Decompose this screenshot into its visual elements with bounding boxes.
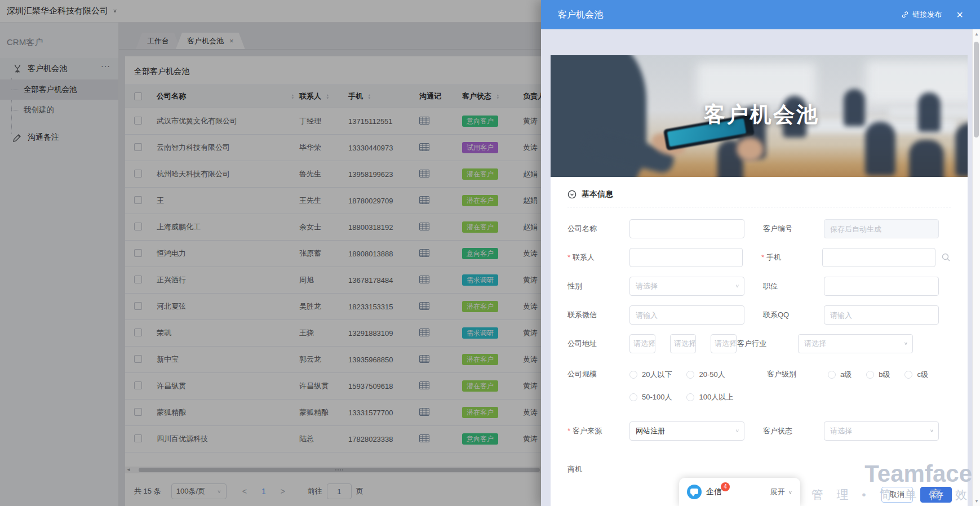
banner-title: 客户机会池 [704,100,819,129]
link-publish-label: 链接发布 [912,10,942,20]
link-icon [901,11,909,19]
wechat-input[interactable] [629,305,744,325]
field-label-mobile: 手机 [761,248,822,267]
chat-widget[interactable]: 企信 4 展开 [679,478,800,506]
section-label: 基本信息 [582,189,613,199]
expand-label: 展开 [770,487,785,497]
chevron-down-icon [730,336,734,351]
qq-input[interactable] [824,305,939,325]
radio-circle-icon [904,371,912,379]
chevron-down-icon [735,279,739,294]
field-label-status: 客户状态 [763,421,824,441]
field-label-contact: 联系人 [567,248,629,267]
chevron-down-icon [788,490,792,495]
scrollbar-thumb[interactable] [974,42,979,137]
chat-bubble-icon [687,485,702,499]
field-label-industry: 客户行业 [737,334,798,353]
source-value: 网站注册 [636,427,665,435]
radio-circle-icon [866,371,874,379]
address-district-select[interactable]: 请选择 [711,334,737,353]
close-icon[interactable]: × [956,9,963,20]
gender-placeholder: 请选择 [636,282,658,290]
banner-image: 客户机会池 [551,55,968,177]
radio-label: 20人以下 [642,370,672,380]
radio-label: 50-100人 [642,392,672,402]
radio-50-100人[interactable]: 50-100人 [629,392,672,402]
cancel-button[interactable]: 取消 [881,487,913,503]
field-label-address: 公司地址 [567,334,629,353]
position-input[interactable] [824,277,939,296]
dashed-divider [567,207,951,207]
radio-label: 100人以上 [699,392,733,402]
field-label-wechat: 联系微信 [567,305,629,325]
radio-circle-icon [686,393,694,401]
chevron-down-icon [735,424,739,438]
drawer-header: 客户机会池 链接发布 × [541,0,980,29]
address-province-select[interactable]: 请选择 [629,334,655,353]
vertical-scrollbar[interactable]: ▲ ▼ [972,29,980,506]
field-label-company-name: 公司名称 [567,219,629,238]
drawer-actions: 取消 保存 [881,487,952,503]
radio-a级[interactable]: a级 [828,370,852,380]
radio-b级[interactable]: b级 [866,370,890,380]
drawer: 客户机会池 链接发布 × ▲ ▼ [541,0,980,506]
field-label-company-size: 公司规模 [567,365,629,384]
field-label-position: 职位 [763,277,824,296]
search-icon[interactable] [941,252,951,262]
industry-placeholder: 请选择 [804,339,826,348]
expand-button[interactable]: 展开 [770,487,792,497]
gender-select[interactable]: 请选择 [629,277,744,296]
radio-20-50人[interactable]: 20-50人 [686,370,725,380]
field-label-gender: 性别 [567,277,629,296]
drawer-title: 客户机会池 [558,9,603,21]
status-select[interactable]: 请选择 [824,421,939,441]
radio-circle-icon [686,371,694,379]
radio-circle-icon [828,371,836,379]
section-basic-info[interactable]: 基本信息 [567,189,951,199]
radio-c级[interactable]: c级 [904,370,928,380]
field-label-qq: 联系QQ [763,305,824,325]
radio-label: b级 [879,370,890,380]
circle-chevron-icon [567,190,577,199]
radio-label: a级 [840,370,852,380]
radio-circle-icon [629,393,637,401]
contact-input[interactable] [629,248,743,267]
form-card: 基本信息 公司名称 客户编号 联系人 手机 [551,177,968,506]
chat-widget-name: 企信 [706,487,722,497]
chevron-down-icon [930,424,934,438]
status-placeholder: 请选择 [830,427,852,435]
radio-20人以下[interactable]: 20人以下 [629,370,672,380]
radio-100人以上[interactable]: 100人以上 [686,392,733,402]
field-label-customer-level: 客户级别 [767,365,828,384]
address-city-select[interactable]: 请选择 [670,334,696,353]
radio-label: c级 [917,370,928,380]
notification-badge: 4 [721,482,730,491]
chevron-down-icon [649,336,653,351]
scroll-down-arrow-icon[interactable]: ▼ [973,499,980,504]
company-size-group: 20人以下20-50人50-100人100人以上 [629,365,776,402]
save-button[interactable]: 保存 [920,487,952,503]
drawer-body: 客户机会池 基本信息 公司名称 客户编号 [541,29,972,506]
company-name-input[interactable] [629,219,744,238]
field-label-customer-no: 客户编号 [763,219,824,238]
app-screen: 深圳汇聚华企科技有限公司 CRM客户 客户机会池 ··· 全部客户机会池我创建的… [0,0,980,506]
field-label-source: 客户来源 [567,421,629,441]
scroll-up-arrow-icon[interactable]: ▲ [973,32,980,37]
customer-level-group: a级b级c级 [828,365,943,380]
mobile-input[interactable] [822,248,935,267]
chevron-down-icon [904,336,908,351]
customer-no-input [824,219,939,238]
source-select[interactable]: 网站注册 [629,421,744,441]
modal-mask[interactable] [0,0,541,506]
field-label-opportunity: 商机 [567,460,629,479]
industry-select[interactable]: 请选择 [798,334,913,353]
radio-label: 20-50人 [699,370,725,380]
chevron-down-icon [689,336,693,351]
link-publish-button[interactable]: 链接发布 [901,10,942,20]
radio-circle-icon [629,371,637,379]
